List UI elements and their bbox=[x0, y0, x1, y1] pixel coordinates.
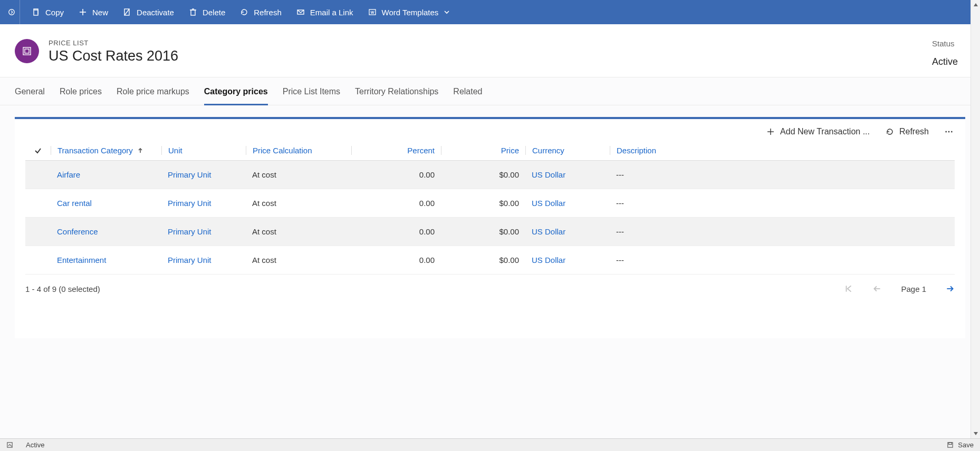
pager-next-button[interactable] bbox=[945, 284, 955, 293]
status-state: Active bbox=[26, 441, 44, 449]
cell-percent: 0.00 bbox=[351, 170, 441, 179]
scroll-up-icon[interactable] bbox=[971, 0, 980, 9]
entity-label: PRICE LIST bbox=[49, 39, 178, 47]
cell-price-calc: At cost bbox=[246, 199, 351, 208]
tab-related[interactable]: Related bbox=[453, 87, 482, 105]
record-header: PRICE LIST US Cost Rates 2016 Status Act… bbox=[0, 24, 980, 77]
new-button[interactable]: New bbox=[71, 0, 116, 24]
word-templates-button[interactable]: W Word Templates bbox=[361, 0, 458, 24]
copy-button[interactable]: Copy bbox=[24, 0, 71, 24]
content-area: Add New Transaction ... Refresh ⋯ Transa… bbox=[0, 105, 980, 438]
scroll-down-icon[interactable] bbox=[971, 429, 980, 438]
cell-price: $0.00 bbox=[441, 199, 525, 208]
select-all-checkbox[interactable] bbox=[25, 146, 51, 155]
copy-icon bbox=[32, 8, 40, 16]
col-price-label: Price bbox=[501, 146, 519, 155]
email-link-label: Email a Link bbox=[310, 8, 353, 17]
svg-point-0 bbox=[8, 9, 14, 15]
deactivate-icon bbox=[123, 8, 131, 16]
refresh-icon bbox=[886, 128, 894, 136]
pager-prev-button[interactable] bbox=[872, 284, 882, 293]
cell-currency[interactable]: US Dollar bbox=[525, 170, 610, 179]
delete-button[interactable]: Delete bbox=[181, 0, 233, 24]
cell-currency[interactable]: US Dollar bbox=[525, 256, 610, 264]
pager: Page 1 bbox=[844, 284, 955, 293]
new-label: New bbox=[92, 8, 108, 17]
cell-percent: 0.00 bbox=[351, 227, 441, 236]
email-link-button[interactable]: Email a Link bbox=[289, 0, 361, 24]
cell-currency[interactable]: US Dollar bbox=[525, 199, 610, 208]
col-price-calc[interactable]: Price Calculation bbox=[246, 146, 351, 155]
add-new-transaction-button[interactable]: Add New Transaction ... bbox=[766, 127, 870, 136]
record-title: US Cost Rates 2016 bbox=[49, 48, 178, 64]
cell-transaction-category[interactable]: Car rental bbox=[51, 199, 161, 208]
trash-icon bbox=[189, 8, 197, 16]
cmd-refresh-button[interactable]: Refresh bbox=[233, 0, 289, 24]
tab-territory-relationships[interactable]: Territory Relationships bbox=[355, 87, 438, 105]
svg-rect-13 bbox=[25, 49, 29, 53]
grid-more-button[interactable]: ⋯ bbox=[945, 126, 955, 136]
tab-role-prices[interactable]: Role prices bbox=[60, 87, 102, 105]
grid-refresh-button[interactable]: Refresh bbox=[886, 127, 929, 136]
cell-unit[interactable]: Primary Unit bbox=[161, 227, 246, 236]
svg-marker-24 bbox=[974, 432, 978, 435]
expand-panel-button[interactable] bbox=[3, 0, 20, 24]
form-tabs: General Role prices Role price markups C… bbox=[0, 77, 980, 105]
tab-role-price-markups[interactable]: Role price markups bbox=[117, 87, 189, 105]
table-row[interactable]: ConferencePrimary UnitAt cost0.00$0.00US… bbox=[25, 218, 955, 246]
col-currency-label: Currency bbox=[532, 146, 564, 155]
status-edit-icon[interactable] bbox=[6, 442, 13, 448]
add-new-label: Add New Transaction ... bbox=[780, 127, 870, 136]
deactivate-label: Deactivate bbox=[137, 8, 174, 17]
plus-icon bbox=[766, 128, 775, 136]
cell-unit[interactable]: Primary Unit bbox=[161, 170, 246, 179]
cell-unit[interactable]: Primary Unit bbox=[161, 256, 246, 264]
cell-price: $0.00 bbox=[441, 256, 525, 264]
col-description[interactable]: Description bbox=[610, 146, 955, 155]
word-templates-label: Word Templates bbox=[382, 8, 439, 17]
col-unit[interactable]: Unit bbox=[161, 146, 246, 155]
vertical-scrollbar[interactable] bbox=[971, 0, 980, 438]
cell-unit[interactable]: Primary Unit bbox=[161, 199, 246, 208]
deactivate-button[interactable]: Deactivate bbox=[116, 0, 181, 24]
cell-transaction-category[interactable]: Airfare bbox=[51, 170, 161, 179]
svg-rect-12 bbox=[23, 47, 31, 55]
cell-price: $0.00 bbox=[441, 170, 525, 179]
table-row[interactable]: Car rentalPrimary UnitAt cost0.00$0.00US… bbox=[25, 189, 955, 218]
cell-percent: 0.00 bbox=[351, 199, 441, 208]
plus-icon bbox=[79, 8, 87, 16]
tab-general[interactable]: General bbox=[15, 87, 45, 105]
cell-price: $0.00 bbox=[441, 227, 525, 236]
status-label: Status bbox=[932, 39, 958, 48]
save-button[interactable]: Save bbox=[947, 441, 974, 449]
category-prices-grid: Add New Transaction ... Refresh ⋯ Transa… bbox=[15, 117, 965, 338]
svg-rect-20 bbox=[7, 443, 12, 447]
tab-price-list-items[interactable]: Price List Items bbox=[283, 87, 340, 105]
table-row[interactable]: EntertainmentPrimary UnitAt cost0.00$0.0… bbox=[25, 246, 955, 274]
word-icon: W bbox=[368, 8, 377, 16]
table-row[interactable]: AirfarePrimary UnitAt cost0.00$0.00US Do… bbox=[25, 161, 955, 189]
pager-first-button[interactable] bbox=[844, 284, 853, 293]
svg-rect-1 bbox=[34, 10, 38, 15]
cell-description: --- bbox=[610, 170, 955, 179]
svg-rect-22 bbox=[949, 443, 952, 445]
col-percent[interactable]: Percent bbox=[351, 146, 441, 155]
command-bar: Copy New Deactivate Delete Refresh Email… bbox=[0, 0, 980, 24]
cell-transaction-category[interactable]: Conference bbox=[51, 227, 161, 236]
col-price[interactable]: Price bbox=[441, 146, 525, 155]
col-currency[interactable]: Currency bbox=[525, 146, 610, 155]
cell-currency[interactable]: US Dollar bbox=[525, 227, 610, 236]
col-transaction-category[interactable]: Transaction Category bbox=[51, 146, 161, 155]
tab-category-prices[interactable]: Category prices bbox=[204, 87, 268, 105]
save-label: Save bbox=[958, 441, 974, 449]
save-icon bbox=[947, 442, 954, 448]
sort-asc-icon bbox=[137, 148, 143, 154]
entity-badge bbox=[15, 39, 39, 63]
cell-transaction-category[interactable]: Entertainment bbox=[51, 256, 161, 264]
col-price-calc-label: Price Calculation bbox=[253, 146, 312, 155]
col-description-label: Description bbox=[617, 146, 656, 155]
cell-price-calc: At cost bbox=[246, 227, 351, 236]
copy-label: Copy bbox=[45, 8, 64, 17]
cmd-refresh-label: Refresh bbox=[254, 8, 282, 17]
pager-page-label: Page 1 bbox=[901, 285, 926, 293]
